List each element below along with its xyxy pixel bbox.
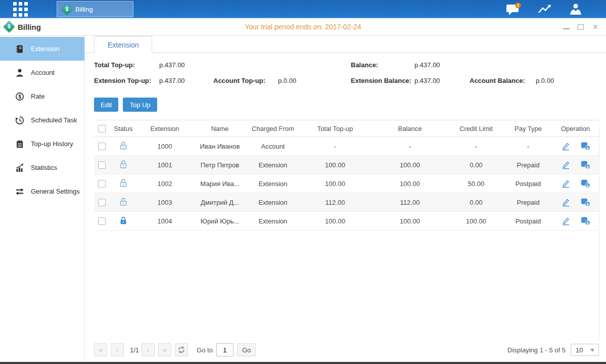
sidebar-item-extension[interactable]: Extension	[0, 37, 84, 61]
edit-icon[interactable]	[561, 216, 572, 225]
row-checkbox[interactable]	[98, 180, 106, 188]
sidebar-item-label: Statistics	[31, 164, 57, 171]
cell-charged-from: Extension	[248, 212, 298, 231]
last-page-button[interactable]: »	[158, 343, 171, 356]
cell-credit-limit: 0.00	[448, 156, 504, 174]
billing-app-tab[interactable]: $ Billing	[57, 1, 133, 17]
table-row: 1002Мария Ива...Extension100.00100.0050.…	[94, 174, 599, 193]
prev-page-button[interactable]: ‹	[111, 343, 124, 356]
user-account-icon[interactable]	[569, 3, 583, 15]
edit-icon[interactable]	[561, 179, 572, 188]
topup-icon[interactable]: $	[580, 142, 591, 151]
goto-page-input[interactable]	[216, 343, 234, 356]
action-buttons: Edit Top Up	[94, 98, 599, 112]
refresh-button[interactable]	[175, 343, 188, 356]
close-button[interactable]: ×	[592, 23, 599, 30]
sidebar-item-scheduled-task[interactable]: Scheduled Task	[0, 108, 84, 132]
table-row: 1000Иван ИвановAccount----$	[94, 137, 599, 156]
extension-topup-value: p.437.00	[159, 77, 185, 84]
tab-extension[interactable]: Extension	[94, 36, 152, 53]
person-icon	[15, 68, 24, 77]
main-content: Extension Total Top-up: p.437.00 Balance…	[85, 36, 606, 361]
extension-balance-value: p.437.00	[414, 77, 440, 84]
balance-value: p.437.00	[414, 61, 440, 69]
sidebar-item-general-settings[interactable]: General Settings	[0, 179, 84, 203]
extension-balance-label: Extension Balance:	[351, 77, 411, 84]
maximize-button[interactable]	[577, 23, 584, 30]
svg-text:$: $	[586, 146, 589, 151]
table-row: 1001Петр ПетровExtension100.00100.000.00…	[94, 156, 599, 174]
edit-button[interactable]: Edit	[94, 98, 118, 112]
extension-topup-label: Extension Top-up:	[94, 77, 151, 84]
topbar: $ Billing !	[0, 0, 606, 18]
sidebar-item-label: Rate	[31, 93, 44, 100]
cell-name: Иван Иванов	[192, 137, 248, 156]
svg-text:$: $	[586, 202, 589, 207]
dollar-circle-icon: $	[15, 92, 24, 101]
column-header: Pay Type	[504, 120, 552, 137]
app-launcher-grid-icon[interactable]	[13, 2, 28, 17]
sliders-icon	[15, 187, 24, 196]
next-page-button[interactable]: ›	[142, 343, 155, 356]
page-indicator: 1/1	[130, 346, 139, 354]
column-header: Balance	[372, 120, 448, 137]
sidebar-item-statistics[interactable]: Statistics	[0, 156, 84, 179]
edit-icon[interactable]	[561, 198, 572, 207]
topup-button[interactable]: Top Up	[123, 98, 157, 112]
column-header: Credit Limit	[448, 120, 504, 137]
cell-extension: 1004	[137, 212, 192, 231]
cell-name: Мария Ива...	[192, 174, 248, 193]
cell-extension: 1001	[137, 156, 192, 174]
balance-summary: Total Top-up: p.437.00 Balance: p.437.00…	[94, 59, 599, 93]
unlocked-icon	[118, 197, 128, 207]
unlocked-icon	[118, 178, 128, 188]
go-button[interactable]: Go	[237, 343, 256, 356]
sidebar-item-account[interactable]: Account	[0, 61, 84, 84]
reports-chart-icon[interactable]	[537, 3, 552, 15]
trial-notice: Your trial period ends on: 2017-02-24	[0, 18, 606, 35]
tab-strip: Extension	[94, 36, 599, 53]
column-header: Name	[192, 120, 248, 137]
column-header: Charged From	[248, 120, 298, 137]
row-checkbox[interactable]	[98, 199, 106, 206]
account-topup-value: p.0.00	[278, 77, 296, 84]
total-topup-value: p.437.00	[159, 61, 185, 69]
cell-extension: 1003	[137, 193, 192, 212]
svg-text:!: !	[518, 3, 519, 8]
account-balance-value: p.0.00	[536, 77, 554, 84]
topup-icon[interactable]: $	[580, 160, 591, 169]
cell-balance: -	[372, 137, 448, 156]
cell-charged-from: Extension	[248, 156, 298, 174]
minimize-button[interactable]	[563, 23, 570, 30]
ledger-icon	[15, 140, 24, 149]
sidebar-item-rate[interactable]: $Rate	[0, 84, 84, 108]
topup-icon[interactable]: $	[580, 216, 591, 225]
row-checkbox[interactable]	[98, 161, 106, 169]
cell-pay-type: Postpaid	[504, 212, 552, 231]
app-tab-label: Billing	[75, 6, 93, 13]
sidebar-item-topup-history[interactable]: Top-up History	[0, 132, 84, 156]
first-page-button[interactable]: «	[94, 343, 107, 356]
sidebar-item-label: General Settings	[31, 188, 80, 195]
cell-pay-type: -	[504, 137, 552, 156]
cell-pay-type: Prepaid	[504, 193, 552, 212]
cell-credit-limit: 100.00	[448, 212, 504, 231]
row-checkbox[interactable]	[98, 143, 106, 150]
select-all-checkbox[interactable]	[98, 125, 106, 132]
topup-icon[interactable]: $	[580, 179, 591, 188]
edit-icon[interactable]	[561, 142, 572, 151]
edit-icon[interactable]	[561, 160, 572, 169]
cell-total-topup: 100.00	[298, 156, 372, 174]
topup-icon[interactable]: $	[580, 198, 591, 207]
sidebar-item-label: Top-up History	[31, 140, 73, 148]
messages-icon[interactable]: !	[506, 3, 521, 16]
row-checkbox[interactable]	[98, 217, 106, 225]
cell-charged-from: Account	[248, 137, 298, 156]
cell-balance: 100.00	[372, 174, 448, 193]
cell-extension: 1000	[137, 137, 192, 156]
page-size-select[interactable]: 10	[571, 344, 599, 356]
cell-balance: 100.00	[372, 212, 448, 231]
cell-credit-limit: 50.00	[448, 174, 504, 193]
cell-pay-type: Prepaid	[504, 156, 552, 174]
cell-name: Юрий Юрь...	[192, 212, 248, 231]
